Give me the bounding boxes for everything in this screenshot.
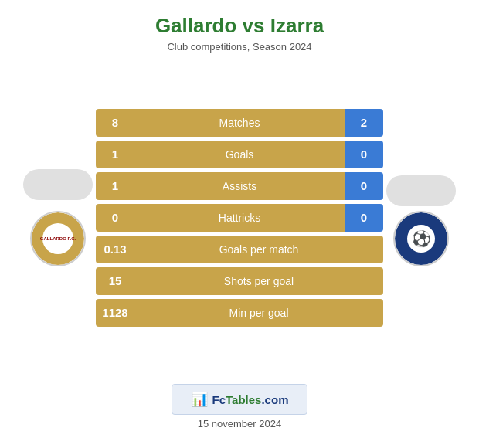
right-badge-inner: ⚽ xyxy=(395,212,447,265)
stat-right-value: 0 xyxy=(345,172,383,200)
stat-row: 1128Min per goal xyxy=(96,299,383,327)
right-club-area: ⚽ xyxy=(386,169,456,266)
left-badge-inner: GALLARDO F.C. xyxy=(32,212,84,265)
stat-left-value: 1 xyxy=(96,141,134,168)
sponsor-text: FcTables.com xyxy=(212,393,289,406)
bottom-section: 📊 FcTables.com 15 november 2024 xyxy=(172,378,308,448)
right-badge-center: ⚽ xyxy=(407,225,435,253)
stat-row: 1Goals0 xyxy=(96,141,383,168)
stat-label: Hattricks xyxy=(134,204,345,232)
stat-label: Assists xyxy=(134,172,345,200)
stat-left-value: 15 xyxy=(96,267,134,295)
stat-left-value: 0 xyxy=(96,204,134,232)
stat-right-value: 0 xyxy=(345,141,383,168)
stat-left-value: 8 xyxy=(96,109,134,137)
stat-right-value: 2 xyxy=(345,109,383,137)
footer-date: 15 november 2024 xyxy=(198,418,281,429)
stat-left-value: 1128 xyxy=(96,299,134,327)
stat-label: Goals per match xyxy=(134,236,383,263)
sponsor-icon: 📊 xyxy=(191,391,208,408)
soccer-ball-icon: ⚽ xyxy=(412,229,431,248)
stat-row: 0.13Goals per match xyxy=(96,236,383,263)
page-header: Gallardo vs Izarra Club competitions, Se… xyxy=(0,0,479,57)
stat-label: Goals xyxy=(134,141,345,168)
stat-row: 1Assists0 xyxy=(96,172,383,200)
stats-container: 8Matches21Goals01Assists00Hattricks00.13… xyxy=(93,109,386,327)
sponsor-box: 📊 FcTables.com xyxy=(172,384,308,415)
right-silhouette xyxy=(386,175,456,206)
stat-label: Min per goal xyxy=(134,299,383,327)
left-club-area: GALLARDO F.C. xyxy=(23,169,93,266)
stat-label: Matches xyxy=(134,109,345,137)
stat-left-value: 0.13 xyxy=(96,236,134,263)
match-subtitle: Club competitions, Season 2024 xyxy=(0,41,479,53)
left-silhouette xyxy=(23,169,93,200)
stat-label: Shots per goal xyxy=(134,267,383,295)
stat-row: 0Hattricks0 xyxy=(96,204,383,232)
left-club-badge: GALLARDO F.C. xyxy=(30,211,86,266)
stat-row: 15Shots per goal xyxy=(96,267,383,295)
stat-right-value: 0 xyxy=(345,204,383,232)
right-club-badge: ⚽ xyxy=(393,211,449,266)
stat-left-value: 1 xyxy=(96,172,134,200)
match-title: Gallardo vs Izarra xyxy=(0,14,479,38)
left-badge-text: GALLARDO F.C. xyxy=(40,236,76,241)
main-content: GALLARDO F.C. 8Matches21Goals01Assists00… xyxy=(0,57,479,378)
stat-row: 8Matches2 xyxy=(96,109,383,137)
